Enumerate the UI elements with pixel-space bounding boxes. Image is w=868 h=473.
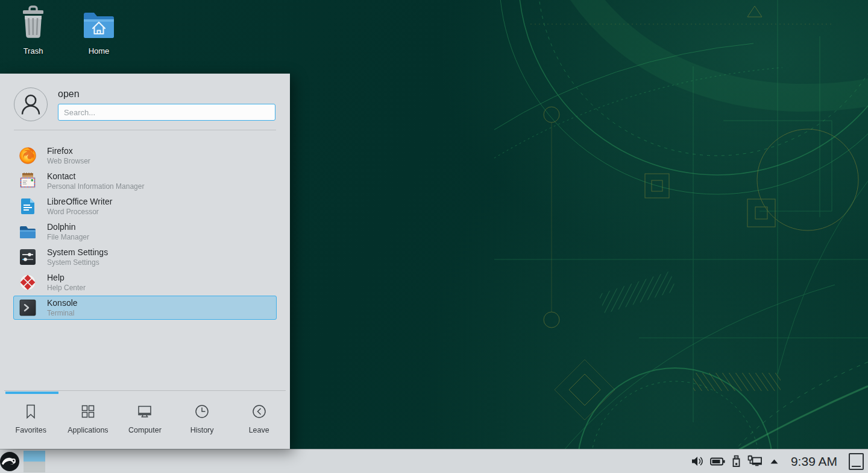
search-input[interactable] bbox=[58, 104, 275, 121]
volume-icon[interactable] bbox=[691, 456, 703, 467]
app-item-libreoffice-writer[interactable]: LibreOffice Writer Word Processor bbox=[13, 194, 277, 218]
app-item-konsole[interactable]: Konsole Terminal bbox=[13, 296, 277, 320]
tab-label: Computer bbox=[128, 426, 162, 434]
username-label: open bbox=[58, 89, 275, 100]
tab-computer[interactable]: Computer bbox=[116, 403, 174, 434]
system-settings-icon bbox=[18, 247, 37, 267]
header-divider bbox=[14, 130, 276, 130]
application-launcher-menu: open Firefox Web Browser bbox=[0, 74, 290, 449]
trash-icon bbox=[16, 5, 51, 42]
app-description: System Settings bbox=[47, 258, 108, 267]
tab-label: History bbox=[190, 426, 214, 434]
app-name: Konsole bbox=[47, 298, 78, 308]
battery-icon[interactable] bbox=[710, 457, 725, 466]
app-item-dolphin[interactable]: Dolphin File Manager bbox=[13, 220, 277, 244]
desktop-icon-home[interactable]: Home bbox=[69, 5, 129, 56]
app-name: Dolphin bbox=[47, 222, 89, 232]
app-description: Terminal bbox=[47, 309, 78, 318]
opensuse-logo-icon bbox=[0, 451, 20, 472]
pager-desktop-1[interactable] bbox=[24, 451, 45, 462]
desktop-icon-label: Trash bbox=[21, 46, 46, 56]
app-item-system-settings[interactable]: System Settings System Settings bbox=[13, 245, 277, 269]
tab-leave[interactable]: Leave bbox=[230, 403, 288, 434]
bookmark-icon bbox=[22, 403, 39, 420]
wallpaper-pattern bbox=[494, 0, 868, 473]
applications-grid-icon bbox=[80, 403, 96, 420]
app-name: System Settings bbox=[47, 247, 108, 258]
kontact-icon bbox=[18, 171, 37, 191]
launcher-header: open bbox=[0, 74, 290, 121]
app-name: Help bbox=[47, 273, 86, 283]
app-item-kontact[interactable]: Kontact Personal Information Manager bbox=[13, 169, 277, 193]
konsole-icon bbox=[18, 298, 37, 317]
clock[interactable]: 9:39 AM bbox=[791, 454, 837, 469]
app-name: Firefox bbox=[47, 146, 90, 156]
desktop-icon-label: Home bbox=[86, 46, 112, 56]
app-name: LibreOffice Writer bbox=[47, 197, 112, 207]
tab-history[interactable]: History bbox=[174, 403, 231, 434]
app-description: Help Center bbox=[47, 284, 86, 293]
libreoffice-writer-icon bbox=[18, 197, 37, 216]
network-icon[interactable] bbox=[747, 455, 763, 468]
tab-applications[interactable]: Applications bbox=[60, 403, 117, 434]
user-avatar[interactable] bbox=[14, 87, 48, 121]
tray-expand-arrow-icon[interactable] bbox=[769, 458, 779, 465]
home-folder-icon bbox=[81, 5, 117, 42]
help-icon bbox=[18, 273, 37, 292]
system-tray: 9:39 AM bbox=[691, 453, 868, 470]
show-desktop-button[interactable] bbox=[849, 453, 864, 470]
usb-device-icon[interactable] bbox=[732, 455, 741, 468]
desktop-icon-trash[interactable]: Trash bbox=[3, 5, 63, 56]
application-launcher-button[interactable] bbox=[0, 450, 21, 473]
app-description: Web Browser bbox=[47, 157, 90, 166]
tab-label: Applications bbox=[68, 426, 108, 434]
virtual-desktop-pager[interactable] bbox=[24, 451, 45, 472]
firefox-icon bbox=[18, 146, 37, 165]
tab-favorites[interactable]: Favorites bbox=[2, 403, 60, 434]
app-description: Personal Information Manager bbox=[47, 182, 144, 191]
tab-label: Favorites bbox=[16, 426, 46, 434]
launcher-tabbar: Favorites Applications Computer Histor bbox=[0, 391, 290, 449]
app-item-firefox[interactable]: Firefox Web Browser bbox=[13, 144, 277, 168]
app-description: Word Processor bbox=[47, 208, 112, 217]
dolphin-icon bbox=[18, 222, 37, 241]
tab-label: Leave bbox=[249, 426, 269, 434]
app-list: Firefox Web Browser Kontact Personal Inf… bbox=[0, 144, 290, 321]
app-item-help[interactable]: Help Help Center bbox=[13, 270, 277, 294]
user-icon bbox=[14, 87, 47, 121]
show-desktop-line bbox=[852, 466, 861, 467]
taskbar-panel: 9:39 AM bbox=[0, 449, 868, 473]
active-tab-indicator bbox=[5, 392, 58, 394]
pager-desktop-2[interactable] bbox=[24, 462, 45, 472]
app-description: File Manager bbox=[47, 233, 89, 242]
app-name: Kontact bbox=[47, 171, 144, 182]
computer-monitor-icon bbox=[136, 403, 153, 420]
tabbar-divider bbox=[4, 390, 286, 391]
leave-icon bbox=[251, 403, 268, 420]
history-clock-icon bbox=[193, 403, 210, 420]
